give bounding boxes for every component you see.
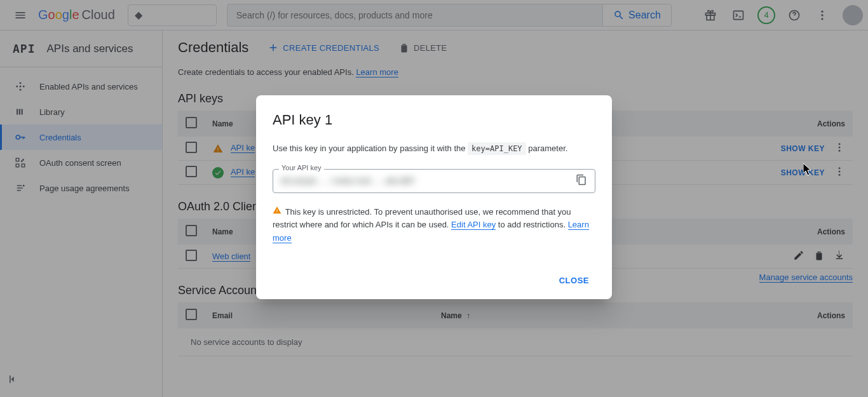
warning-icon [273, 207, 284, 217]
api-key-field: AIzaSyD...redacted...abcdEF [273, 169, 595, 193]
modal-description: Use this key in your application by pass… [273, 142, 595, 155]
edit-api-key-link[interactable]: Edit API key [451, 220, 496, 230]
api-key-field-wrap: Your API key AIzaSyD...redacted...abcdEF [273, 169, 595, 193]
code-param: key=API_KEY [468, 142, 526, 155]
api-key-modal: API key 1 Use this key in your applicati… [256, 95, 612, 299]
copy-api-key-icon[interactable] [576, 174, 587, 188]
modal-title: API key 1 [273, 112, 595, 128]
api-key-value[interactable]: AIzaSyD...redacted...abcdEF [281, 176, 415, 185]
close-button[interactable]: CLOSE [553, 271, 595, 290]
modal-warning: This key is unrestricted. To prevent una… [273, 206, 595, 246]
api-key-field-label: Your API key [279, 164, 324, 172]
